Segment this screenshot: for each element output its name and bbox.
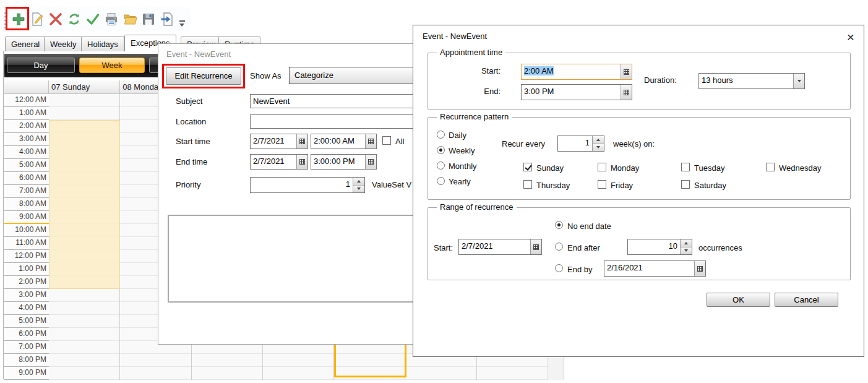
time-label: 4:00 PM [4,302,49,315]
friday-checkbox[interactable] [598,180,606,189]
occurrences-value: 10 [628,239,680,254]
toolbar-separator [246,68,246,84]
monthly-radio[interactable] [437,161,445,170]
end-time-picker[interactable]: 3:00:00 PM [311,154,377,170]
day-view-button[interactable]: Day [7,58,75,73]
calendar-picker-icon[interactable] [530,239,541,254]
main-toolbar [3,7,190,31]
start-time-label: Start time [176,137,210,146]
time-label: 6:00 AM [4,172,49,185]
tab-weekly[interactable]: Weekly [44,37,82,51]
calendar-picker-icon[interactable] [296,155,307,169]
tuesday-checkbox[interactable] [681,163,690,171]
duration-label: Duration: [644,75,677,85]
start-time-value: 2:00:00 AM [311,134,365,148]
start-date-picker[interactable]: 2/7/2021 [250,134,308,149]
time-label: 7:00 PM [4,341,49,354]
week-view-button[interactable]: Week [79,58,145,73]
monthly-label: Monthly [449,161,477,171]
tab-holidays[interactable]: Holidays [81,37,124,51]
spin-up-icon [357,180,361,183]
wednesday-checkbox[interactable] [766,163,775,171]
weekly-radio[interactable] [437,146,445,154]
group-legend: Appointment time [437,48,505,57]
monday-checkbox[interactable] [598,163,606,171]
toolbar-overflow-button[interactable] [179,20,186,27]
time-label: 9:00 PM [4,367,49,380]
recur-every-label: Recur every [502,139,545,148]
daily-label: Daily [449,131,466,140]
edit-icon[interactable] [30,12,45,27]
header-sunday[interactable]: 07 Sunday [49,80,120,94]
thursday-checkbox[interactable] [523,180,532,189]
spinner-buttons[interactable] [680,239,692,254]
end-by-date-value: 2/16/2021 [604,261,694,276]
time-picker-icon[interactable] [621,85,632,100]
start-time-picker[interactable]: 2:00:00 AM [311,134,377,149]
interval-stepper[interactable]: 1 [557,136,604,152]
end-after-radio[interactable] [555,243,563,251]
interval-value: 1 [558,136,592,151]
group-legend: Range of recurrence [437,202,517,212]
priority-stepper[interactable]: 1 [250,177,365,193]
weeks-on-label: week(s) on: [613,139,655,148]
spinner-buttons[interactable] [592,136,604,151]
calendar-picker-icon[interactable] [296,134,307,148]
occurrences-stepper[interactable]: 10 [627,239,692,255]
time-label: 1:00 PM [4,263,49,276]
duration-dropdown[interactable]: 13 hours [698,73,805,89]
print-icon[interactable] [104,12,119,27]
spinner-buttons[interactable] [353,178,364,192]
thursday-label: Thursday [536,181,570,190]
ok-button[interactable]: OK [707,293,770,307]
valueset-label: ValueSet V [372,180,411,189]
saturday-checkbox[interactable] [681,180,690,189]
end-time-label: End time [176,157,207,166]
show-as-label: Show As [250,71,281,80]
chevron-down-icon [179,24,184,27]
open-folder-icon[interactable] [122,12,137,27]
tab-general[interactable]: General [5,37,46,51]
time-picker-icon[interactable] [621,64,632,79]
cancel-button[interactable]: Cancel [775,293,838,307]
end-time-value: 3:00:00 PM [311,155,365,169]
end-time-field[interactable]: 3:00 PM [521,84,632,100]
end-time-value: 3:00 PM [522,85,621,100]
yearly-radio[interactable] [437,177,445,185]
start-time-field[interactable]: 2:00 AM [521,64,632,80]
end-date-picker[interactable]: 2/7/2021 [250,154,308,170]
priority-value: 1 [251,178,353,192]
refresh-icon[interactable] [67,12,82,27]
location-label: Location [176,117,206,126]
all-day-checkbox[interactable] [382,136,391,145]
all-day-label: All [395,137,404,146]
calendar-picker-icon[interactable] [694,261,705,276]
spin-down-icon [357,187,361,190]
time-label: 11:00 AM [4,237,49,250]
end-by-radio[interactable] [555,264,563,272]
time-label: 10:00 AM [4,224,49,237]
delete-icon[interactable] [48,12,63,27]
close-icon[interactable]: × [843,29,859,45]
start-label: Start: [465,66,501,75]
daily-radio[interactable] [437,131,445,139]
friday-label: Friday [611,181,633,190]
end-by-date-picker[interactable]: 2/16/2021 [604,260,706,277]
end-date-value: 2/7/2021 [251,155,296,169]
range-start-date-picker[interactable]: 2/7/2021 [458,239,542,255]
save-icon[interactable] [141,12,156,27]
end-by-label: End by [567,265,592,274]
group-legend: Recurrence pattern [437,112,512,121]
no-end-date-radio[interactable] [555,221,563,229]
priority-label: Priority [176,180,200,189]
export-icon[interactable] [160,12,174,27]
recurrence-dialog: Event - NewEvent × Appointment time Star… [413,25,864,357]
time-picker-icon[interactable] [365,155,376,169]
event-time-range-highlight[interactable] [49,120,120,289]
time-picker-icon[interactable] [365,134,376,148]
time-label: 9:00 AM [4,211,49,224]
sunday-checkbox[interactable] [523,163,532,171]
time-label: 8:00 AM [4,198,49,211]
accept-icon[interactable] [85,12,100,27]
chevron-down-icon[interactable] [793,74,804,88]
